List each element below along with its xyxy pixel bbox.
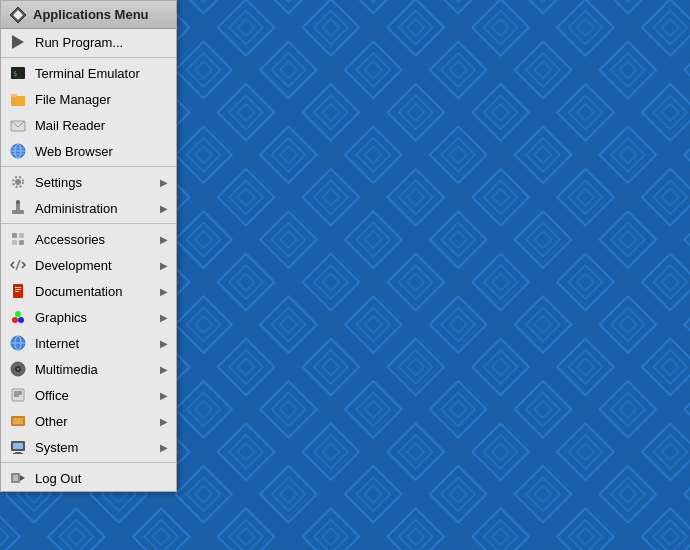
- administration-label: Administration: [35, 201, 156, 216]
- run-program-icon: [9, 33, 27, 51]
- menu-item-office[interactable]: Office ▶: [1, 382, 176, 408]
- menu-item-terminal[interactable]: $_ Terminal Emulator: [1, 60, 176, 86]
- svg-marker-53: [20, 475, 25, 481]
- svg-point-33: [18, 317, 24, 323]
- svg-rect-41: [12, 389, 24, 401]
- development-icon: [9, 256, 27, 274]
- svg-marker-7: [12, 35, 24, 49]
- svg-point-40: [17, 368, 19, 370]
- run-program-label: Run Program...: [35, 35, 168, 50]
- multimedia-icon: [9, 360, 27, 378]
- menu-item-system[interactable]: System ▶: [1, 434, 176, 460]
- app-menu: Applications Menu Run Program... $_ Term…: [0, 0, 177, 492]
- internet-icon: [9, 334, 27, 352]
- separator-3: [1, 223, 176, 224]
- graphics-arrow: ▶: [160, 312, 168, 323]
- documentation-arrow: ▶: [160, 286, 168, 297]
- svg-point-34: [15, 311, 21, 317]
- log-out-label: Log Out: [35, 471, 168, 486]
- web-browser-label: Web Browser: [35, 144, 168, 159]
- graphics-label: Graphics: [35, 310, 156, 325]
- menu-item-internet[interactable]: Internet ▶: [1, 330, 176, 356]
- settings-arrow: ▶: [160, 177, 168, 188]
- menu-item-multimedia[interactable]: Multimedia ▶: [1, 356, 176, 382]
- menu-item-mail-reader[interactable]: Mail Reader: [1, 112, 176, 138]
- file-manager-icon: [9, 90, 27, 108]
- accessories-arrow: ▶: [160, 234, 168, 245]
- system-label: System: [35, 440, 156, 455]
- separator-4: [1, 462, 176, 463]
- menu-item-log-out[interactable]: Log Out: [1, 465, 176, 491]
- svg-rect-25: [12, 240, 17, 245]
- mail-reader-label: Mail Reader: [35, 118, 168, 133]
- svg-rect-26: [19, 240, 24, 245]
- svg-line-27: [16, 260, 20, 270]
- menu-item-development[interactable]: Development ▶: [1, 252, 176, 278]
- svg-rect-31: [15, 291, 19, 292]
- other-icon: [9, 412, 27, 430]
- file-manager-label: File Manager: [35, 92, 168, 107]
- system-arrow: ▶: [160, 442, 168, 453]
- internet-label: Internet: [35, 336, 156, 351]
- multimedia-label: Multimedia: [35, 362, 156, 377]
- menu-item-other[interactable]: Other ▶: [1, 408, 176, 434]
- other-arrow: ▶: [160, 416, 168, 427]
- separator-2: [1, 166, 176, 167]
- svg-rect-23: [12, 233, 17, 238]
- office-icon: [9, 386, 27, 404]
- menu-item-file-manager[interactable]: File Manager: [1, 86, 176, 112]
- svg-rect-30: [15, 289, 21, 290]
- other-label: Other: [35, 414, 156, 429]
- graphics-icon: [9, 308, 27, 326]
- web-browser-icon: [9, 142, 27, 160]
- development-label: Development: [35, 258, 156, 273]
- mail-reader-icon: [9, 116, 27, 134]
- svg-text:$_: $_: [13, 70, 22, 78]
- terminal-label: Terminal Emulator: [35, 66, 168, 81]
- accessories-icon: [9, 230, 27, 248]
- svg-rect-50: [13, 453, 23, 454]
- svg-point-22: [16, 200, 20, 204]
- svg-rect-11: [11, 94, 17, 97]
- svg-rect-10: [11, 96, 25, 106]
- menu-item-run-program[interactable]: Run Program...: [1, 29, 176, 55]
- menu-item-documentation[interactable]: Documentation ▶: [1, 278, 176, 304]
- documentation-icon: [9, 282, 27, 300]
- svg-rect-24: [19, 233, 24, 238]
- svg-rect-29: [15, 287, 21, 288]
- menu-item-accessories[interactable]: Accessories ▶: [1, 226, 176, 252]
- multimedia-arrow: ▶: [160, 364, 168, 375]
- menu-item-settings[interactable]: Settings ▶: [1, 169, 176, 195]
- development-arrow: ▶: [160, 260, 168, 271]
- system-icon: [9, 438, 27, 456]
- terminal-icon: $_: [9, 64, 27, 82]
- svg-rect-48: [13, 443, 23, 449]
- documentation-label: Documentation: [35, 284, 156, 299]
- menu-item-administration[interactable]: Administration ▶: [1, 195, 176, 221]
- internet-arrow: ▶: [160, 338, 168, 349]
- separator-1: [1, 57, 176, 58]
- menu-item-web-browser[interactable]: Web Browser: [1, 138, 176, 164]
- administration-arrow: ▶: [160, 203, 168, 214]
- menu-title-text: Applications Menu: [33, 7, 149, 22]
- accessories-label: Accessories: [35, 232, 156, 247]
- office-arrow: ▶: [160, 390, 168, 401]
- settings-label: Settings: [35, 175, 156, 190]
- svg-point-32: [12, 317, 18, 323]
- administration-icon: [9, 199, 27, 217]
- svg-point-18: [15, 179, 21, 185]
- app-menu-icon: [9, 6, 27, 24]
- svg-rect-52: [13, 475, 18, 481]
- menu-item-graphics[interactable]: Graphics ▶: [1, 304, 176, 330]
- settings-icon: [9, 173, 27, 191]
- log-out-icon: [9, 469, 27, 487]
- office-label: Office: [35, 388, 156, 403]
- svg-rect-46: [13, 418, 23, 424]
- menu-title-bar: Applications Menu: [1, 1, 176, 29]
